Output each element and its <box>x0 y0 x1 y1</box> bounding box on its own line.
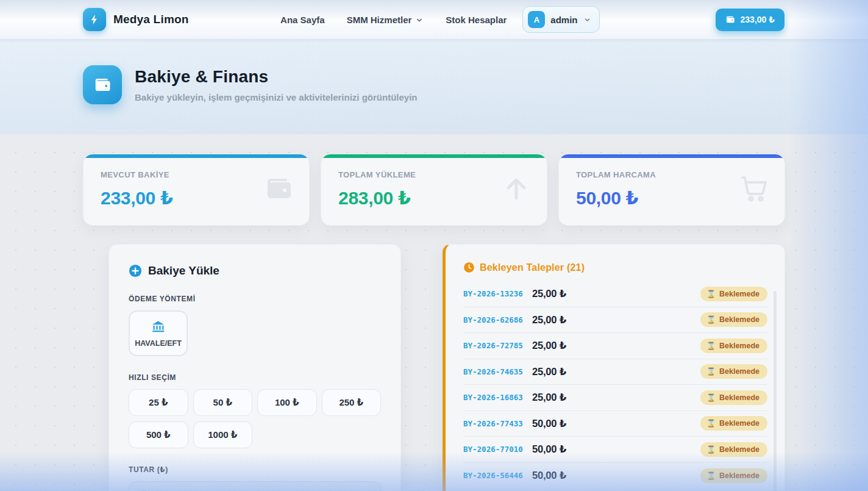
pending-row[interactable]: BY-2026-74635 25,00 ₺ ⌛Beklemede <box>463 359 767 385</box>
request-code: BY-2026-13236 <box>463 289 532 298</box>
page-header: Bakiye & Finans Bakiye yükleyin, işlem g… <box>0 39 868 134</box>
status-badge: ⌛Beklemede <box>700 364 767 379</box>
status-badge: ⌛Beklemede <box>700 287 767 301</box>
status-badge: ⌛Beklemede <box>700 442 767 457</box>
request-amount: 50,00 ₺ <box>532 470 566 481</box>
page-subtitle: Bakiye yükleyin, işlem geçmişinizi ve ak… <box>135 92 418 102</box>
request-code: BY-2026-56446 <box>463 471 532 480</box>
request-amount: 50,00 ₺ <box>532 443 566 455</box>
request-code: BY-2026-62686 <box>463 315 532 324</box>
stat-card-total-deposit: TOPLAM YÜKLEME 283,00 ₺ <box>321 154 547 226</box>
navbar: Medya Limon Ana Sayfa SMM Hizmetler Stok… <box>0 0 868 39</box>
payment-method-label: ÖDEME YÖNTEMİ <box>129 295 381 303</box>
stat-value: 50,00 ₺ <box>576 187 767 209</box>
chevron-down-icon <box>415 16 424 24</box>
wallet-icon <box>83 65 122 104</box>
payment-method-label-text: HAVALE/EFT <box>135 339 182 348</box>
nav-item-label: SMM Hizmetler <box>347 15 412 25</box>
pending-requests-panel: Bekleyen Talepler (21) BY-2026-13236 25,… <box>443 244 785 491</box>
quick-amount-50[interactable]: 50 ₺ <box>193 389 253 416</box>
stat-label: TOPLAM YÜKLEME <box>338 170 530 179</box>
quick-amount-500[interactable]: 500 ₺ <box>129 421 188 448</box>
chevron-down-icon <box>583 16 591 24</box>
hourglass-icon: ⌛ <box>706 472 716 479</box>
brand-name: Medya Limon <box>113 13 189 26</box>
wallet-icon <box>264 174 293 203</box>
clock-icon <box>463 262 475 273</box>
pending-row[interactable]: BY-2026-16863 25,00 ₺ ⌛Beklemede <box>463 385 767 411</box>
nav-item-smm-hizmetler[interactable]: SMM Hizmetler <box>347 15 424 25</box>
hourglass-icon: ⌛ <box>706 394 716 401</box>
pending-row[interactable]: BY-2026-56446 50,00 ₺ ⌛Beklemede <box>463 463 767 489</box>
request-amount: 25,00 ₺ <box>532 314 566 326</box>
quick-amount-250[interactable]: 250 ₺ <box>322 389 382 416</box>
status-badge: ⌛Beklemede <box>700 416 767 431</box>
accent-bar <box>559 154 784 158</box>
nav-item-stok-hesaplar[interactable]: Stok Hesaplar <box>446 15 507 25</box>
accent-bar <box>321 154 547 158</box>
nav-item-label: Ana Sayfa <box>280 15 325 25</box>
brand[interactable]: Medya Limon <box>83 8 189 31</box>
scrollbar[interactable] <box>774 291 777 491</box>
request-code: BY-2026-16863 <box>463 393 532 402</box>
request-amount: 25,00 ₺ <box>532 288 566 299</box>
hourglass-icon: ⌛ <box>706 446 716 453</box>
lightning-icon <box>83 8 106 31</box>
accent-bar <box>84 154 309 158</box>
wallet-icon <box>725 15 735 24</box>
status-badge: ⌛Beklemede <box>700 390 767 405</box>
pending-row[interactable]: BY-2026-72785 25,00 ₺ ⌛Beklemede <box>463 333 767 359</box>
plus-circle-icon <box>129 264 142 278</box>
stats-row: MEVCUT BAKİYE 233,00 ₺ TOPLAM YÜKLEME 28… <box>0 154 868 226</box>
balance-button[interactable]: 233,00 ₺ <box>716 9 784 31</box>
request-code: BY-2026-77010 <box>463 445 532 454</box>
stat-card-current-balance: MEVCUT BAKİYE 233,00 ₺ <box>83 154 310 226</box>
main-content: MEVCUT BAKİYE 233,00 ₺ TOPLAM YÜKLEME 28… <box>0 134 868 491</box>
bank-icon <box>151 320 166 335</box>
arrow-up-icon <box>502 174 531 203</box>
pending-row[interactable]: BY-2026-13236 25,00 ₺ ⌛Beklemede <box>463 281 767 307</box>
request-code: BY-2026-74635 <box>463 367 532 376</box>
cart-icon <box>739 174 769 203</box>
nav-item-ana-sayfa[interactable]: Ana Sayfa <box>280 15 325 25</box>
user-name: admin <box>550 15 577 25</box>
request-amount: 50,00 ₺ <box>532 418 566 429</box>
quick-amount-100[interactable]: 100 ₺ <box>257 389 317 416</box>
stat-label: TOPLAM HARCAMA <box>576 170 767 179</box>
hourglass-icon: ⌛ <box>706 368 716 375</box>
hourglass-icon: ⌛ <box>706 316 716 323</box>
pending-list: BY-2026-13236 25,00 ₺ ⌛Beklemede BY-2026… <box>463 281 767 489</box>
payment-method-havale-eft[interactable]: HAVALE/EFT <box>129 310 188 356</box>
status-badge: ⌛Beklemede <box>700 312 767 327</box>
request-code: BY-2026-77433 <box>463 419 532 428</box>
stat-value: 283,00 ₺ <box>338 187 530 209</box>
deposit-title: Bakiye Yükle <box>148 264 219 278</box>
pending-row[interactable]: BY-2026-62686 25,00 ₺ ⌛Beklemede <box>463 307 767 334</box>
hourglass-icon: ⌛ <box>706 420 716 427</box>
quick-amount-1000[interactable]: 1000 ₺ <box>193 421 253 448</box>
user-menu[interactable]: A admin <box>522 6 599 33</box>
deposit-panel: Bakiye Yükle ÖDEME YÖNTEMİ HAVALE/EFT HI… <box>108 244 401 491</box>
request-amount: 25,00 ₺ <box>532 340 566 351</box>
nav-item-label: Stok Hesaplar <box>446 15 507 25</box>
stat-card-total-spend: TOPLAM HARCAMA 50,00 ₺ <box>558 154 785 226</box>
amount-label: TUTAR (₺) <box>129 465 381 474</box>
page: Medya Limon Ana Sayfa SMM Hizmetler Stok… <box>0 0 868 491</box>
quick-select-label: HIZLI SEÇİM <box>129 373 381 382</box>
status-badge: ⌛Beklemede <box>700 468 767 483</box>
hourglass-icon: ⌛ <box>706 290 716 298</box>
request-amount: 25,00 ₺ <box>532 392 566 403</box>
status-badge: ⌛Beklemede <box>700 339 767 353</box>
hourglass-icon: ⌛ <box>706 342 716 349</box>
pending-title: Bekleyen Talepler (21) <box>480 262 585 273</box>
pending-row[interactable]: BY-2026-77010 50,00 ₺ ⌛Beklemede <box>463 437 767 463</box>
nav-links: Ana Sayfa SMM Hizmetler Stok Hesaplar <box>280 15 507 25</box>
custom-amount-input[interactable] <box>129 481 381 491</box>
page-title: Bakiye & Finans <box>135 67 418 87</box>
pending-row[interactable]: BY-2026-77433 50,00 ₺ ⌛Beklemede <box>463 411 767 437</box>
quick-amount-grid: 25 ₺ 50 ₺ 100 ₺ 250 ₺ 500 ₺ 1000 ₺ <box>129 389 381 448</box>
balance-amount: 233,00 ₺ <box>741 15 775 24</box>
quick-amount-25[interactable]: 25 ₺ <box>129 389 188 416</box>
stat-value: 233,00 ₺ <box>101 187 292 209</box>
stat-label: MEVCUT BAKİYE <box>101 170 292 179</box>
